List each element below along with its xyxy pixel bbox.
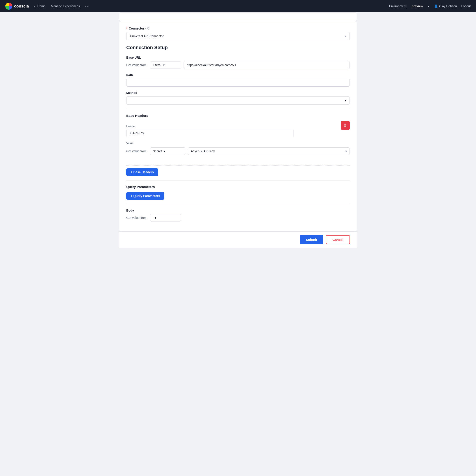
- base-url-label: Base URL: [126, 56, 350, 59]
- nav-manage-label: Manage Experiences: [51, 4, 80, 8]
- body-label: Body: [126, 209, 350, 212]
- nav-more-button[interactable]: ···: [85, 4, 90, 9]
- base-headers-section: Base Headers 🗑 Header Value Get value fr…: [126, 109, 350, 180]
- header-value-label: Value: [126, 141, 350, 145]
- base-url-row: Get value from: Literal ▾: [126, 61, 350, 69]
- header-source-value: Secret: [153, 149, 162, 153]
- connector-select[interactable]: Universal API Connector ▾: [126, 32, 350, 40]
- header-name-field: Header: [126, 124, 350, 137]
- body-get-value-label: Get value from:: [126, 216, 147, 220]
- header-source-caret: ▾: [164, 149, 165, 153]
- trash-icon: 🗑: [343, 123, 347, 127]
- method-field-group: Method ▾: [126, 91, 350, 105]
- env-label: Environment:: [389, 4, 407, 8]
- env-caret-icon[interactable]: ▼: [427, 5, 430, 7]
- base-url-label-text: Base URL: [126, 56, 141, 59]
- cancel-button[interactable]: Cancel: [326, 235, 350, 244]
- logo-icon: [5, 3, 12, 10]
- logo[interactable]: conscia: [5, 3, 29, 10]
- connector-select-value: Universal API Connector: [130, 34, 164, 38]
- header-get-value-label: Get value from:: [126, 149, 147, 153]
- connector-label-text: Connector: [129, 27, 144, 30]
- connector-caret-icon: ▾: [345, 34, 346, 38]
- api-key-value: Adyen X-API-Key: [191, 149, 215, 153]
- body-row: Get value from: ▾: [126, 214, 350, 221]
- body-source-caret: ▾: [155, 216, 156, 220]
- path-label-text: Path: [126, 73, 133, 77]
- user-icon: 👤: [434, 4, 438, 8]
- add-query-params-button[interactable]: + Query Parameters: [126, 192, 164, 200]
- method-label-text: Method: [126, 91, 137, 95]
- user-menu[interactable]: 👤 Clay Hobson: [434, 4, 457, 8]
- body-source-select[interactable]: ▾: [150, 214, 181, 221]
- header-name-input[interactable]: [126, 129, 294, 137]
- navbar: conscia ⌂ Home Manage Experiences ··· En…: [0, 0, 476, 12]
- submit-button[interactable]: Submit: [300, 235, 323, 244]
- api-key-select[interactable]: Adyen X-API-Key ▾: [188, 147, 350, 155]
- query-parameters-section: Query Parameters + Query Parameters: [126, 180, 350, 204]
- method-label: Method: [126, 91, 350, 95]
- bottom-bar: Submit Cancel: [119, 231, 357, 248]
- connector-field-group: * Connector ? Universal API Connector ▾: [126, 27, 350, 40]
- required-marker: *: [126, 27, 127, 30]
- base-url-field-group: Base URL Get value from: Literal ▾: [126, 56, 350, 69]
- logout-button[interactable]: Logout: [461, 4, 471, 8]
- add-base-headers-button[interactable]: + Base Headers: [126, 168, 158, 176]
- nav-home-link[interactable]: ⌂ Home: [34, 4, 46, 8]
- base-headers-label: Base Headers: [126, 114, 350, 118]
- header-name-label: Header: [126, 124, 350, 128]
- base-url-source-caret: ▾: [163, 63, 165, 67]
- page-wrapper: * Connector ? Universal API Connector ▾ …: [0, 12, 476, 248]
- user-name: Clay Hobson: [439, 4, 457, 8]
- delete-header-button[interactable]: 🗑: [341, 121, 350, 130]
- nav-right: Environment: preview ▼ 👤 Clay Hobson Log…: [389, 4, 471, 8]
- api-key-caret: ▾: [345, 149, 347, 153]
- connector-label: * Connector ?: [126, 27, 350, 30]
- get-value-from-label: Get value from:: [126, 63, 147, 67]
- body-label-text: Body: [126, 209, 134, 212]
- method-caret-icon: ▾: [345, 99, 346, 102]
- path-input[interactable]: [126, 79, 350, 87]
- path-field-group: Path: [126, 73, 350, 87]
- env-value: preview: [412, 4, 423, 8]
- base-url-input[interactable]: [184, 61, 350, 69]
- nav-manage-link[interactable]: Manage Experiences: [51, 4, 80, 8]
- header-source-select[interactable]: Secret ▾: [150, 147, 185, 155]
- connection-setup-title: Connection Setup: [126, 45, 350, 51]
- path-label: Path: [126, 73, 350, 77]
- logo-text: conscia: [14, 4, 29, 9]
- add-base-headers-label: + Base Headers: [131, 170, 154, 174]
- form-card: * Connector ? Universal API Connector ▾ …: [119, 21, 357, 231]
- home-icon: ⌂: [34, 4, 36, 8]
- nav-home-label: Home: [37, 4, 46, 8]
- method-select[interactable]: ▾: [126, 96, 350, 105]
- base-url-source-select[interactable]: Literal ▾: [150, 61, 181, 69]
- help-icon[interactable]: ?: [145, 27, 149, 30]
- base-url-source-value: Literal: [153, 63, 161, 67]
- headers-divider: [126, 166, 350, 166]
- header-row: 🗑 Header Value Get value from: Secret ▾: [126, 121, 350, 163]
- add-query-params-label: + Query Parameters: [131, 194, 160, 198]
- query-parameters-label: Query Parameters: [126, 185, 350, 189]
- top-partial-card: [119, 12, 357, 21]
- card-wrapper: * Connector ? Universal API Connector ▾ …: [119, 12, 357, 248]
- body-section: Body Get value from: ▾: [126, 204, 350, 226]
- header-value-field: Value Get value from: Secret ▾ Adyen X-A…: [126, 141, 350, 155]
- header-value-row: Get value from: Secret ▾ Adyen X-API-Key…: [126, 147, 350, 155]
